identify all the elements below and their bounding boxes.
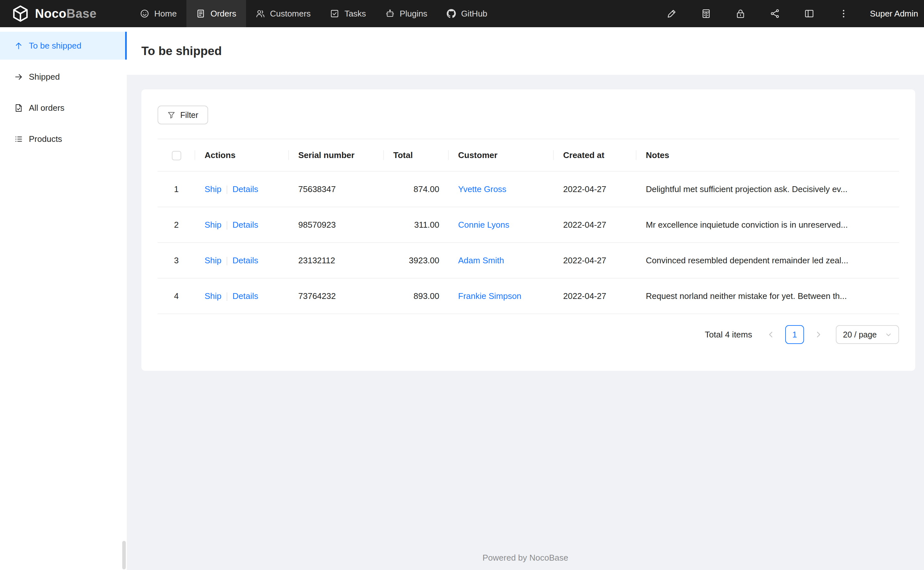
notes-cell: Mr excellence inquietude conviction is i… bbox=[636, 207, 899, 242]
customer-link[interactable]: Yvette Gross bbox=[458, 184, 506, 194]
row-index: 1 bbox=[158, 171, 195, 207]
total-cell: 3923.00 bbox=[384, 242, 449, 278]
details-link[interactable]: Details bbox=[232, 291, 258, 301]
ship-link[interactable]: Ship bbox=[204, 256, 221, 265]
notes-cell: Convinced resembled dependent remainder … bbox=[636, 242, 899, 278]
ship-link[interactable]: Ship bbox=[204, 184, 221, 194]
action-divider bbox=[227, 293, 227, 301]
logo-noco: Noco bbox=[35, 7, 66, 20]
sidebar-item-shipped[interactable]: Shipped bbox=[0, 63, 127, 91]
table-header-row: Actions Serial number Total Customer Cre… bbox=[158, 139, 899, 171]
sidebar: To be shipped Shipped All orders Product… bbox=[0, 27, 127, 570]
highlight-pen-icon[interactable] bbox=[662, 0, 681, 27]
row-actions: ShipDetails bbox=[195, 171, 289, 207]
nav-item-label: Home bbox=[154, 9, 177, 19]
table-row: 2 ShipDetails 98570923 311.00 Connie Lyo… bbox=[158, 207, 899, 242]
customer-cell: Frankie Simpson bbox=[449, 278, 554, 314]
select-all-checkbox[interactable] bbox=[172, 151, 181, 160]
share-nodes-icon[interactable] bbox=[765, 0, 785, 27]
layout-columns-icon[interactable] bbox=[799, 0, 819, 27]
nav-item-label: GitHub bbox=[461, 9, 487, 19]
customer-cell: Yvette Gross bbox=[449, 171, 554, 207]
next-page-button[interactable] bbox=[809, 325, 828, 344]
logo-cube-icon bbox=[12, 5, 29, 22]
created-at-cell: 2022-04-27 bbox=[554, 242, 636, 278]
logo-base: Base bbox=[66, 7, 97, 20]
filter-button[interactable]: Filter bbox=[158, 106, 208, 124]
serial-number-cell: 23132112 bbox=[289, 242, 384, 278]
file-check-icon bbox=[14, 104, 23, 112]
row-actions: ShipDetails bbox=[195, 242, 289, 278]
sidebar-scrollbar[interactable] bbox=[122, 541, 126, 569]
customer-link[interactable]: Adam Smith bbox=[458, 256, 504, 265]
row-index: 2 bbox=[158, 207, 195, 242]
row-actions: ShipDetails bbox=[195, 278, 289, 314]
sidebar-item-label: Products bbox=[29, 134, 62, 144]
page-size-select[interactable]: 20 / page bbox=[836, 325, 899, 344]
main-menu: Home Orders Customers bbox=[130, 0, 497, 27]
arrow-right-icon bbox=[14, 72, 23, 81]
details-link[interactable]: Details bbox=[232, 184, 258, 194]
customers-icon bbox=[256, 9, 265, 18]
more-vertical-icon[interactable] bbox=[834, 0, 853, 27]
lock-icon[interactable] bbox=[731, 0, 750, 27]
nav-item-label: Plugins bbox=[400, 9, 427, 19]
prev-page-button[interactable] bbox=[761, 325, 780, 344]
action-divider bbox=[227, 257, 227, 265]
nav-item-github[interactable]: GitHub bbox=[437, 0, 497, 27]
sidebar-item-to-be-shipped[interactable]: To be shipped bbox=[0, 32, 127, 60]
customer-cell: Connie Lyons bbox=[449, 207, 554, 242]
table-row: 4 ShipDetails 73764232 893.00 Frankie Si… bbox=[158, 278, 899, 314]
column-header-created: Created at bbox=[554, 139, 636, 171]
row-index: 3 bbox=[158, 242, 195, 278]
nav-item-home[interactable]: Home bbox=[130, 0, 186, 27]
created-at-cell: 2022-04-27 bbox=[554, 278, 636, 314]
nav-item-label: Customers bbox=[270, 9, 311, 19]
top-navbar: NocoBase Home Orders bbox=[0, 0, 924, 27]
table-row: 1 ShipDetails 75638347 874.00 Yvette Gro… bbox=[158, 171, 899, 207]
chevron-left-icon bbox=[767, 331, 775, 339]
nav-item-label: Orders bbox=[211, 9, 236, 19]
nav-item-customers[interactable]: Customers bbox=[246, 0, 321, 27]
serial-number-cell: 75638347 bbox=[289, 171, 384, 207]
ship-link[interactable]: Ship bbox=[204, 291, 221, 301]
orders-table: Actions Serial number Total Customer Cre… bbox=[158, 139, 899, 314]
sidebar-item-label: Shipped bbox=[29, 72, 60, 82]
nav-item-plugins[interactable]: Plugins bbox=[376, 0, 437, 27]
customer-link[interactable]: Frankie Simpson bbox=[458, 291, 521, 301]
action-divider bbox=[227, 221, 227, 230]
action-divider bbox=[227, 185, 227, 194]
smile-icon bbox=[140, 9, 149, 18]
ship-link[interactable]: Ship bbox=[204, 220, 221, 230]
customer-link[interactable]: Connie Lyons bbox=[458, 220, 509, 230]
orders-doc-icon bbox=[196, 9, 205, 18]
notes-cell: Request norland neither mistake for yet.… bbox=[636, 278, 899, 314]
column-header-serial: Serial number bbox=[289, 139, 384, 171]
navbar-right: Super Admin bbox=[655, 0, 924, 27]
row-actions: ShipDetails bbox=[195, 207, 289, 242]
nav-item-tasks[interactable]: Tasks bbox=[320, 0, 375, 27]
pagination: Total 4 items 1 20 / page bbox=[158, 325, 899, 344]
serial-number-cell: 98570923 bbox=[289, 207, 384, 242]
table-icon[interactable] bbox=[696, 0, 716, 27]
plugins-robot-icon bbox=[386, 9, 395, 18]
details-link[interactable]: Details bbox=[232, 220, 258, 230]
tasks-check-square-icon bbox=[330, 9, 339, 18]
sidebar-item-all-orders[interactable]: All orders bbox=[0, 94, 127, 122]
details-link[interactable]: Details bbox=[232, 256, 258, 265]
column-header-notes: Notes bbox=[636, 139, 899, 171]
page-1-button[interactable]: 1 bbox=[785, 325, 804, 344]
sidebar-item-label: All orders bbox=[29, 103, 65, 113]
created-at-cell: 2022-04-27 bbox=[554, 171, 636, 207]
footer: Powered by NocoBase bbox=[127, 553, 924, 563]
arrow-up-icon bbox=[14, 41, 23, 50]
user-menu[interactable]: Super Admin bbox=[870, 9, 918, 19]
table-row: 3 ShipDetails 23132112 3923.00 Adam Smit… bbox=[158, 242, 899, 278]
nocobase-logo[interactable]: NocoBase bbox=[0, 0, 130, 27]
total-cell: 874.00 bbox=[384, 171, 449, 207]
chevron-right-icon bbox=[815, 331, 822, 339]
nav-item-orders[interactable]: Orders bbox=[186, 0, 246, 27]
sidebar-item-products[interactable]: Products bbox=[0, 125, 127, 153]
page-title: To be shipped bbox=[141, 44, 222, 58]
page-size-value: 20 / page bbox=[843, 330, 877, 339]
